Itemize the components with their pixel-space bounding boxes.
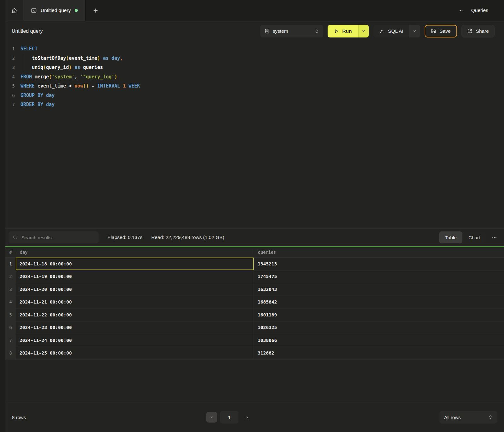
tab-bar: Untitled query Queries xyxy=(5,0,504,21)
ellipsis-icon xyxy=(492,235,497,240)
sql-ai-button[interactable]: SQL AI xyxy=(373,25,409,37)
next-page-button[interactable] xyxy=(242,412,252,423)
table-row: 42024-11-21 00:00:001685842 xyxy=(5,296,504,309)
cell-queries[interactable]: 1345213 xyxy=(254,258,504,270)
home-icon xyxy=(11,7,18,14)
code-area: 1SELECT2 toStartOfDay(event_time) as day… xyxy=(5,44,504,110)
cell-day[interactable]: 2024-11-18 00:00:00 xyxy=(16,258,254,270)
page-title: Untitled query xyxy=(12,28,43,34)
sql-editor[interactable]: 1SELECT2 toStartOfDay(event_time) as day… xyxy=(5,41,504,228)
tabbar-more-button[interactable] xyxy=(458,8,463,13)
tab-chart-view[interactable]: Chart xyxy=(462,231,486,243)
code-text: toStartOfDay(event_time) as day, xyxy=(15,54,123,63)
read-stat: Read: 22,229,488 rows (1.02 GB) xyxy=(151,235,224,240)
database-selector-value: system xyxy=(273,28,311,34)
new-tab-button[interactable] xyxy=(86,0,106,21)
cell-day[interactable]: 2024-11-24 00:00:00 xyxy=(16,334,254,347)
cell-queries[interactable]: 1685842 xyxy=(254,296,504,309)
queries-link[interactable]: Queries xyxy=(471,8,488,13)
code-line[interactable]: 4FROM merge('system', '^query_log') xyxy=(5,72,504,82)
cell-queries[interactable]: 1601189 xyxy=(254,309,504,321)
line-number: 5 xyxy=(5,82,15,91)
run-options-button[interactable] xyxy=(358,25,369,37)
code-line[interactable]: 7ORDER BY day xyxy=(5,100,504,110)
cell-day[interactable]: 2024-11-19 00:00:00 xyxy=(16,270,254,283)
code-line[interactable]: 5WHERE event_time > now() - INTERVAL 1 W… xyxy=(5,82,504,91)
results-empty-space xyxy=(5,360,504,402)
view-toggle: Table Chart xyxy=(439,231,486,243)
search-box xyxy=(9,231,99,243)
header-actions: system Run xyxy=(260,25,495,37)
share-button-label: Share xyxy=(476,28,489,34)
row-number: 8 xyxy=(5,347,16,360)
ellipsis-icon xyxy=(458,8,463,13)
pagination: 1 xyxy=(206,411,252,423)
code-text: GROUP BY day xyxy=(15,91,54,100)
search-results-input[interactable] xyxy=(21,235,94,241)
cell-day[interactable]: 2024-11-21 00:00:00 xyxy=(16,296,254,309)
results-rows: 12024-11-18 00:00:00134521322024-11-19 0… xyxy=(5,258,504,360)
row-number: 5 xyxy=(5,309,16,321)
cell-queries[interactable]: 1745475 xyxy=(254,270,504,283)
results-toolbar: Elapsed: 0.137s Read: 22,229,488 rows (1… xyxy=(5,228,504,246)
code-text: ORDER BY day xyxy=(15,100,54,110)
line-number: 2 xyxy=(5,54,15,63)
row-number: 6 xyxy=(5,321,16,334)
share-button[interactable]: Share xyxy=(461,25,495,37)
table-row: 82024-11-25 00:00:00312882 xyxy=(5,347,504,360)
database-icon xyxy=(264,29,269,34)
current-page-button[interactable]: 1 xyxy=(220,411,238,423)
line-number: 4 xyxy=(5,72,15,82)
column-header-day[interactable]: day xyxy=(16,250,254,255)
run-button-label: Run xyxy=(342,28,352,34)
table-row: 72024-11-24 00:00:001038066 xyxy=(5,334,504,347)
sql-ai-options-button[interactable] xyxy=(409,25,420,37)
line-number: 6 xyxy=(5,91,15,100)
cell-queries[interactable]: 312882 xyxy=(254,347,504,360)
row-number: 2 xyxy=(5,270,16,283)
table-row: 62024-11-23 00:00:001026325 xyxy=(5,321,504,334)
chevron-down-icon xyxy=(362,29,366,33)
code-line[interactable]: 3 uniq(query_id) as queries xyxy=(5,63,504,72)
database-selector[interactable]: system xyxy=(260,25,323,37)
cell-day[interactable]: 2024-11-20 00:00:00 xyxy=(16,283,254,296)
save-button[interactable]: Save xyxy=(425,25,457,37)
code-text: FROM merge('system', '^query_log') xyxy=(15,72,117,82)
previous-page-button[interactable] xyxy=(206,412,217,423)
share-icon xyxy=(467,28,472,34)
chevron-down-icon xyxy=(413,29,417,33)
code-line[interactable]: 2 toStartOfDay(event_time) as day, xyxy=(5,54,504,63)
table-row: 22024-11-19 00:00:001745475 xyxy=(5,270,504,283)
code-text: uniq(query_id) as queries xyxy=(15,63,103,72)
elapsed-stat: Elapsed: 0.137s xyxy=(107,235,142,240)
cell-queries[interactable]: 1026325 xyxy=(254,321,504,334)
results-more-button[interactable] xyxy=(492,235,497,240)
line-number: 3 xyxy=(5,63,15,72)
row-number: 7 xyxy=(5,334,16,347)
line-number: 1 xyxy=(5,44,15,54)
updown-chevron-icon xyxy=(315,29,319,34)
home-button[interactable] xyxy=(5,0,23,21)
search-icon xyxy=(13,235,18,240)
save-button-label: Save xyxy=(439,28,450,34)
unsaved-indicator-dot xyxy=(75,9,78,12)
cell-queries[interactable]: 1038066 xyxy=(254,334,504,347)
page-size-selector[interactable]: All rows xyxy=(439,411,497,423)
main-area: Untitled query Queries Untitled query xyxy=(5,0,504,432)
column-header-queries[interactable]: queries xyxy=(254,250,504,255)
collapsed-sidebar-strip[interactable] xyxy=(0,0,5,432)
cell-queries[interactable]: 1632043 xyxy=(254,283,504,296)
cell-day[interactable]: 2024-11-22 00:00:00 xyxy=(16,309,254,321)
plus-icon xyxy=(93,8,98,13)
row-number: 3 xyxy=(5,283,16,296)
page-size-value: All rows xyxy=(444,415,488,420)
code-line[interactable]: 6GROUP BY day xyxy=(5,91,504,100)
cell-day[interactable]: 2024-11-25 00:00:00 xyxy=(16,347,254,360)
code-line[interactable]: 1SELECT xyxy=(5,44,504,54)
tab-untitled-query[interactable]: Untitled query xyxy=(23,0,86,21)
cell-day[interactable]: 2024-11-23 00:00:00 xyxy=(16,321,254,334)
play-icon xyxy=(334,29,339,34)
tab-table-view[interactable]: Table xyxy=(439,231,462,243)
sql-ai-button-label: SQL AI xyxy=(388,28,404,34)
run-button[interactable]: Run xyxy=(328,25,358,37)
